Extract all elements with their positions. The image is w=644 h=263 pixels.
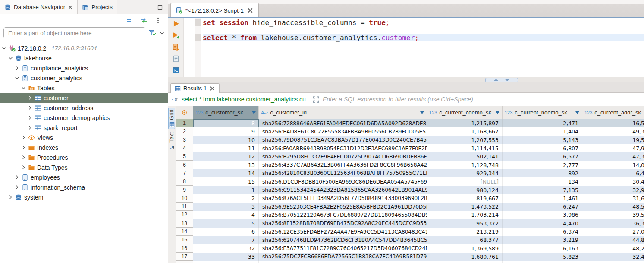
cell-c_current_cdemo_sk[interactable]: 1,473,522 [427,203,503,211]
cell-c_current_hdemo_sk[interactable]: 6,247 [503,203,582,211]
cell-c_current_hdemo_sk[interactable]: 892 [503,169,582,177]
row-number[interactable]: 5 [176,152,193,161]
row-number[interactable]: 7 [176,169,193,177]
collapsed-chevron-icon[interactable] [28,95,32,100]
cell-c_current_cdemo_sk[interactable]: 819,667 [427,194,503,203]
sql-line-current[interactable]: select * from lakehouse.customer_analyti… [203,34,644,41]
tree-item-customer-address[interactable]: customer_address [0,103,168,113]
expand-filter-icon[interactable] [312,96,320,103]
cell-c_current_cdemo_sk[interactable]: 1,168,667 [427,127,503,136]
tree-item-data-types[interactable]: Data Types [0,162,168,172]
cell-c_current_cdemo_sk[interactable]: 68,377 [427,236,503,244]
cell-c_current_addr_sk[interactable]: 48,29 [582,244,644,252]
expanded-chevron-icon[interactable] [15,76,19,80]
collapse-all-icon[interactable] [126,17,133,24]
tree-item-customer[interactable]: customer [0,93,168,103]
collapsed-chevron-icon[interactable] [28,125,32,130]
collapsed-chevron-icon[interactable] [15,185,19,190]
cell-c_current_addr_sk[interactable]: 30,46 [582,177,644,186]
cell-c_customer_sk[interactable]: 33 [193,253,259,261]
cell-c_customer_sk[interactable]: 14 [193,169,259,177]
row-number[interactable]: 9 [176,186,193,194]
cell-c_current_cdemo_sk[interactable]: [NULL] [427,177,503,186]
row-number[interactable]: 6 [176,161,193,169]
column-header-c_customer_sk[interactable]: 123c_customer_sk [193,106,259,119]
column-header-c_current_cdemo_sk[interactable]: 123c_current_cdemo_sk [427,106,503,119]
sql-console-icon[interactable] [172,67,180,74]
collapsed-chevron-icon[interactable] [15,66,19,70]
results-view-grid[interactable]: Grid [168,108,175,129]
cell-c_customer_sk[interactable]: 32 [193,244,259,252]
sql-line[interactable] [203,26,644,34]
object-search-input[interactable] [3,27,145,38]
column-dropdown-icon[interactable] [420,111,424,114]
cell-c_current_addr_sk[interactable]: 36,36 [582,219,644,228]
cell-c_current_addr_sk[interactable]: 16,59 [582,119,644,127]
row-number[interactable]: 2 [176,127,193,136]
execute-script-icon[interactable] [172,43,180,51]
cell-c_current_cdemo_sk[interactable]: 213,219 [427,228,503,236]
cell-c_customer_id[interactable]: sha256:876ACE5EFED349A2D56F77D5084891433… [259,194,427,203]
cell-c_current_addr_sk[interactable]: 32,43 [582,253,644,261]
expanded-chevron-icon[interactable] [2,46,6,51]
tree-item-customer-demographics[interactable]: customer_demographics [0,113,168,123]
collapse-down-icon[interactable] [505,79,510,81]
tree-item-information-schema[interactable]: information_schema [0,182,168,192]
cell-c_current_addr_sk[interactable]: 47,36 [582,152,644,161]
collapsed-chevron-icon[interactable] [21,155,26,160]
cell-c_customer_sk[interactable]: 11 [193,144,259,152]
sql-line[interactable]: set session hide_inaccessible_columns = … [203,19,644,26]
cell-c_current_cdemo_sk[interactable]: [NULL] [427,261,503,263]
cell-c_current_hdemo_sk[interactable]: 6,374 [503,228,582,236]
expanded-chevron-icon[interactable] [8,56,13,60]
cell-c_customer_sk[interactable]: 9 [193,127,259,136]
cell-c_current_addr_sk[interactable]: 6,44 [582,169,644,177]
cell-c_current_hdemo_sk[interactable]: 5,823 [503,253,582,261]
cell-c_customer_id[interactable]: sha256:B705122120A673FC7DE6889727DB11809… [259,211,427,219]
column-dropdown-icon[interactable] [495,111,500,114]
overflow-menu-icon[interactable] [154,17,162,24]
row-number[interactable]: 4 [176,144,193,152]
cell-c_current_addr_sk[interactable]: 32,94 [582,186,644,194]
cell-c_customer_id[interactable]: sha256:620746BED947362BCD6CF31B0A4C547DD… [259,236,427,244]
collapsed-chevron-icon[interactable] [8,195,13,200]
cell-c_current_cdemo_sk[interactable]: 1,703,214 [427,211,503,219]
editor-results-splitter[interactable] [168,77,644,82]
cell-c_current_cdemo_sk[interactable]: 953,372 [427,219,503,228]
sql-code[interactable]: set session hide_inaccessible_columns = … [203,19,644,41]
cell-c_current_addr_sk[interactable]: 44,81 [582,236,644,244]
cell-c_customer_id[interactable]: sha256:9E52303CE4FBA2E2F0525E8A5BFBD2C1A… [259,203,427,211]
row-number[interactable]: 10 [176,194,193,203]
cell-c_customer_sk[interactable]: 3 [193,203,259,211]
cell-c_customer_id[interactable]: sha256:8F1528BB708DF69EB475DC92A8C20EC44… [259,219,427,228]
close-icon[interactable] [247,7,254,14]
cell-c_current_hdemo_sk[interactable]: 2,777 [503,161,582,169]
explain-plan-icon[interactable] [172,55,180,63]
cell-c_current_addr_sk[interactable]: 47,99 [582,144,644,152]
collapsed-chevron-icon[interactable] [15,175,19,180]
tree-item-tables[interactable]: Tables [0,83,168,93]
cell-c_current_hdemo_sk[interactable]: 4,470 [503,219,582,228]
cell-c_current_cdemo_sk[interactable]: 1,114,415 [427,144,503,152]
row-number[interactable]: 14 [176,228,193,236]
cell-c_current_addr_sk[interactable]: 27,08 [582,228,644,236]
cell-c_current_addr_sk[interactable]: 37,50 [582,261,644,263]
tree-item-views[interactable]: Views [0,133,168,143]
cell-c_customer_id[interactable]: sha256:79D08751C3EA7C83BA57D177E00413D0C… [259,136,427,144]
cell-c_current_hdemo_sk[interactable]: 7,135 [503,186,582,194]
cell-c_customer_sk[interactable]: 34 [193,261,259,263]
minimize-icon[interactable] [147,5,152,10]
tab-database-navigator[interactable]: Database Navigator [0,0,77,14]
row-number[interactable]: 11 [176,203,193,211]
tree-item-lakehouse[interactable]: lakehouse [0,53,168,63]
column-header-c_current_addr_sk[interactable]: 123c_current_addr_sk [582,106,644,119]
cell-c_current_cdemo_sk[interactable]: 502,141 [427,152,503,161]
cell-c_customer_sk[interactable]: 13 [193,161,259,169]
row-number[interactable]: 12 [176,211,193,219]
cell-c_current_cdemo_sk[interactable]: 1,369,589 [427,244,503,252]
column-header-c_customer_id[interactable]: A-zc_customer_id [259,106,427,119]
cell-c_customer_sk[interactable]: 4 [193,211,259,219]
cell-c_current_hdemo_sk[interactable]: 2,471 [503,119,582,127]
cell-c_current_hdemo_sk[interactable]: 6,577 [503,152,582,161]
cell-c_customer_id[interactable]: sha256:72888646ABF61FA044EDEC061D6DA5A09… [259,119,427,127]
